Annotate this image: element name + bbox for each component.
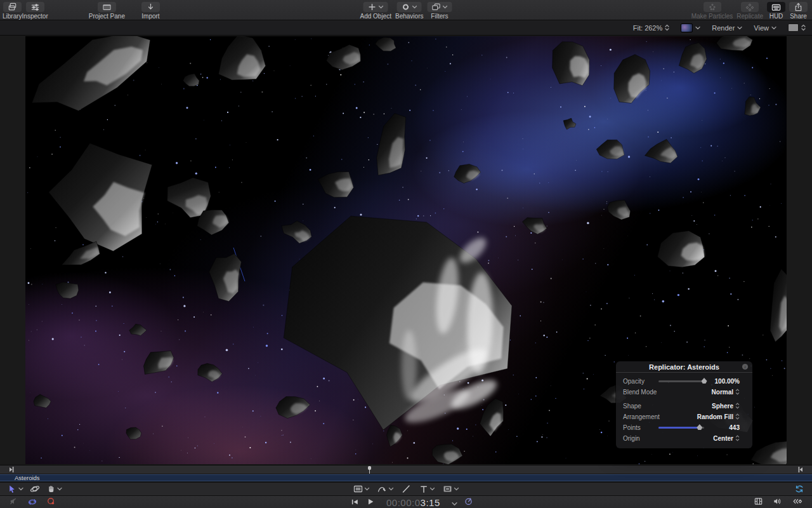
import-button[interactable]: Import [141, 0, 160, 20]
filmstrip-icon [754, 497, 763, 506]
transport-bar: 00:00:03:15 [0, 495, 812, 508]
layout-swatch [788, 23, 799, 32]
tools-left-group [8, 483, 62, 495]
zoom-level-value: Fit: 262% [633, 24, 662, 32]
svg-text:i: i [745, 364, 746, 369]
hud-panel[interactable]: Replicator: Asteroids i Opacity 100.00% … [616, 361, 752, 448]
render-menu[interactable]: Render [712, 24, 742, 32]
transport-left-group [9, 496, 56, 508]
mini-timeline[interactable] [0, 465, 812, 474]
3d-transform-tool[interactable] [30, 484, 40, 494]
shape-value[interactable]: Sphere [712, 403, 733, 410]
transport-right-group [754, 496, 803, 508]
channels-control[interactable] [681, 23, 700, 32]
pan-view-tool[interactable] [46, 485, 62, 494]
points-slider[interactable] [658, 427, 704, 429]
project-pane-label: Project Pane [89, 13, 125, 20]
sync-button[interactable] [794, 484, 804, 494]
inspector-button[interactable]: Inspector [22, 0, 48, 20]
add-object-button[interactable]: Add Object [360, 0, 391, 20]
origin-value[interactable]: Center [713, 435, 733, 442]
stepper-icon[interactable] [735, 389, 740, 395]
timeline-track-area[interactable]: Asteroids [0, 474, 812, 482]
opacity-slider[interactable] [658, 380, 704, 382]
blend-mode-label: Blend Mode [623, 389, 657, 396]
arrangement-label: Arrangement [623, 413, 660, 420]
opacity-value: 100.00% [709, 378, 740, 385]
stepper-icon[interactable] [735, 413, 740, 420]
chevron-down-icon [18, 487, 23, 491]
mask-tool[interactable] [443, 484, 459, 494]
paint-stroke-tool[interactable] [402, 484, 412, 494]
arrangement-value[interactable]: Random Fill [697, 413, 733, 420]
zoom-level-control[interactable]: Fit: 262% [633, 24, 669, 32]
bezier-pen-icon [377, 484, 388, 494]
add-object-icon [368, 3, 377, 11]
hud-button[interactable]: HUD [767, 0, 785, 20]
timecode-display[interactable]: 00:00:03:15 [386, 497, 440, 508]
hud-title-bar[interactable]: Replicator: Asteroids i [616, 361, 752, 373]
blend-mode-value[interactable]: Normal [712, 389, 733, 396]
hud-row-shape: Shape Sphere [623, 401, 740, 411]
stepper-icon[interactable] [735, 435, 740, 441]
make-particles-label: Make Particles [691, 13, 733, 20]
shape-label: Shape [623, 403, 641, 410]
view-menu[interactable]: View [754, 24, 776, 32]
behaviors-button[interactable]: Behaviors [395, 0, 423, 20]
play-button[interactable] [366, 497, 375, 508]
share-button[interactable]: Share [789, 0, 808, 20]
hand-icon [46, 485, 56, 494]
project-pane-button[interactable]: Project Pane [89, 0, 125, 20]
hud-body: Opacity 100.00% Blend Mode Normal Shape … [616, 373, 752, 448]
chevron-down-icon [771, 26, 776, 30]
chevron-down-icon [412, 5, 417, 9]
opacity-label: Opacity [623, 378, 645, 385]
canvas-area: Replicator: Asteroids i Opacity 100.00% … [0, 36, 812, 465]
show-audio-button[interactable] [773, 497, 782, 508]
bezier-tool[interactable] [377, 484, 394, 494]
layout-control[interactable] [788, 23, 806, 32]
canvas-statusbar: Fit: 262% Render View [0, 20, 812, 36]
add-object-label: Add Object [360, 13, 391, 20]
loop-button[interactable] [27, 497, 37, 508]
hud-panel-title: Replicator: Asteroids [649, 363, 719, 371]
text-tool[interactable] [419, 485, 435, 494]
timecode-menu[interactable] [452, 497, 457, 508]
play-range-out-marker[interactable] [797, 466, 803, 473]
filters-button[interactable]: Filters [427, 0, 452, 20]
show-keyframes-button[interactable] [792, 497, 803, 508]
loop-icon [27, 498, 37, 506]
keyframes-icon [792, 497, 803, 506]
track-label: Asteroids [15, 475, 40, 481]
share-label: Share [790, 13, 807, 20]
orbit-3d-icon [30, 484, 40, 494]
behaviors-icon [402, 3, 410, 11]
import-icon [146, 3, 155, 12]
make-particles-button[interactable]: Make Particles [691, 0, 733, 20]
play-range-in-marker[interactable] [9, 466, 15, 473]
record-icon [46, 497, 56, 506]
chevron-down-icon [365, 487, 370, 491]
replicate-button[interactable]: Replicate [737, 0, 763, 20]
go-to-start-button[interactable] [350, 497, 360, 508]
rectangle-icon [353, 484, 363, 494]
library-button[interactable]: Library [3, 0, 22, 20]
record-button[interactable] [46, 497, 56, 508]
make-particles-icon [708, 3, 717, 11]
playback-rate-button[interactable] [464, 497, 473, 508]
mute-button[interactable] [9, 497, 18, 508]
chevron-down-icon [454, 487, 459, 491]
tools-right-group [794, 483, 804, 495]
timeline-track-asteroids[interactable]: Asteroids [0, 474, 812, 481]
show-timeline-button[interactable] [754, 497, 763, 508]
stepper-icon[interactable] [735, 403, 740, 409]
info-icon[interactable]: i [742, 363, 749, 370]
hud-row-origin: Origin Center [623, 433, 740, 443]
behaviors-label: Behaviors [395, 13, 423, 20]
rectangle-tool[interactable] [353, 484, 370, 494]
playhead[interactable] [367, 465, 372, 474]
inspector-icon [30, 3, 40, 12]
line-stroke-icon [402, 484, 412, 494]
select-transform-tool[interactable] [8, 485, 23, 494]
mute-speaker-icon [9, 497, 18, 506]
